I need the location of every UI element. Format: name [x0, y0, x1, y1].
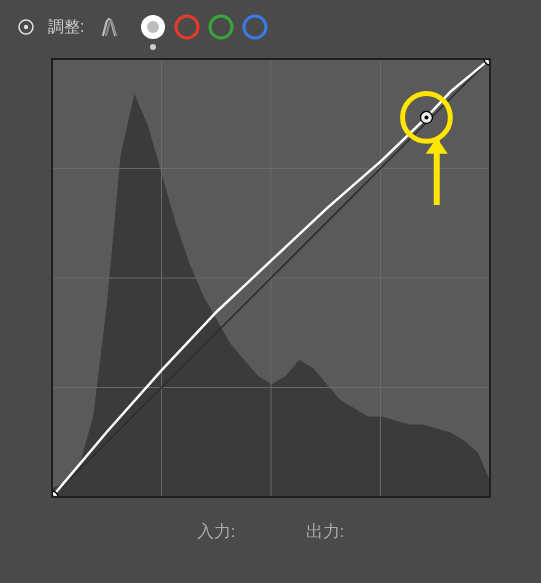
- target-icon[interactable]: [16, 17, 36, 37]
- channel-green-button[interactable]: [206, 12, 236, 42]
- svg-point-1: [24, 25, 28, 29]
- tone-curve-panel[interactable]: [51, 58, 491, 498]
- channel-blue-button[interactable]: [240, 12, 270, 42]
- output-label: 出力:: [306, 520, 345, 543]
- svg-point-5: [210, 16, 232, 38]
- footer-labels: 入力: 出力:: [0, 498, 541, 543]
- input-label: 入力:: [197, 520, 236, 543]
- adjust-label: 調整:: [48, 17, 84, 38]
- svg-point-3: [147, 21, 159, 33]
- channel-red-button[interactable]: [172, 12, 202, 42]
- svg-point-7: [150, 44, 156, 50]
- tone-curve-chart[interactable]: [52, 59, 490, 497]
- svg-point-4: [176, 16, 198, 38]
- channel-selector: [138, 12, 270, 42]
- auto-curve-icon[interactable]: [96, 12, 126, 42]
- channel-luminance-button[interactable]: [138, 12, 168, 42]
- svg-point-6: [244, 16, 266, 38]
- control-point-center: [424, 115, 428, 119]
- channel-selected-indicator-icon: [150, 44, 156, 50]
- toolbar: 調整:: [0, 8, 541, 50]
